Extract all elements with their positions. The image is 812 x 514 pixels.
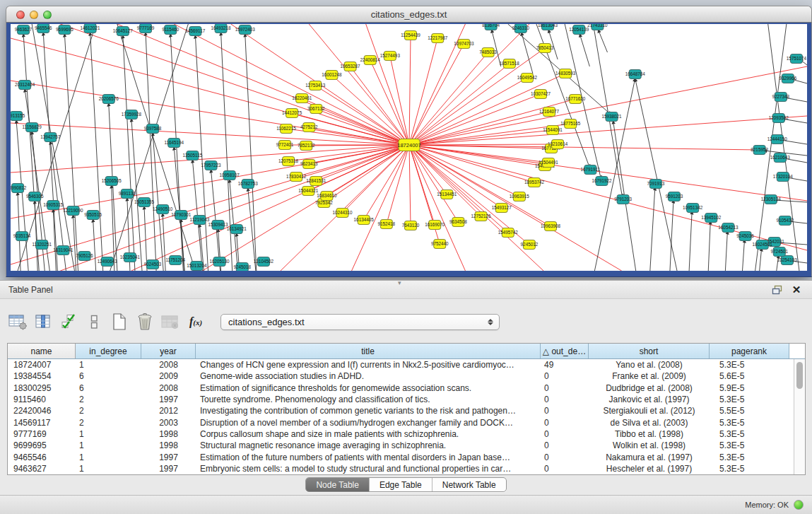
graph-node[interactable]: 16771620 [565, 95, 586, 104]
graph-node[interactable]: 16782753 [238, 180, 259, 189]
cell-out_de[interactable]: 0 [541, 394, 589, 405]
table-row[interactable]: 911546021997Tourette syndrome. Phenomeno… [8, 394, 794, 405]
network-canvas[interactable]: 1872400711254439122179871097470374850331… [11, 24, 807, 271]
table-row[interactable]: 977716911998Corpus callosum shape and si… [8, 428, 794, 440]
graph-node[interactable]: 21743310 [587, 24, 608, 30]
graph-edge-black[interactable] [245, 34, 257, 271]
graph-node[interactable]: 15274493 [380, 52, 401, 61]
table-row[interactable]: 946362711997Embryonic stem cells: a mode… [8, 463, 794, 474]
cell-year[interactable]: 1998 [141, 440, 196, 451]
graph-edge-red[interactable] [409, 52, 488, 145]
cell-pagerank[interactable]: 5.3E-5 [710, 416, 789, 428]
graph-node[interactable]: 9397588 [144, 124, 162, 134]
graph-node[interactable]: 16791922 [592, 177, 612, 186]
graph-node[interactable]: 12093582 [769, 114, 789, 123]
graph-node[interactable]: 8990812 [11, 184, 27, 193]
graph-node[interactable]: 16054213 [718, 223, 739, 233]
close-panel-icon[interactable]: ✕ [789, 283, 804, 297]
graph-node[interactable]: 9777169 [137, 24, 155, 33]
graph-node[interactable]: 9245036 [736, 232, 754, 241]
cell-short[interactable]: Franke et al. (2009) [589, 370, 710, 382]
column-header-title[interactable]: title [196, 344, 541, 358]
graph-node[interactable]: 9245018 [233, 263, 251, 271]
graph-node[interactable]: 15493127 [492, 204, 512, 213]
cell-name[interactable]: 18300295 [8, 382, 76, 394]
cell-in_degree[interactable]: 1 [76, 451, 141, 462]
graph-node[interactable]: 15938021 [601, 112, 622, 122]
graph-node[interactable]: 9699695 [56, 25, 73, 35]
graph-node[interactable]: 10951342 [683, 204, 703, 213]
cell-name[interactable]: 19384554 [8, 370, 76, 382]
cell-title[interactable]: Corpus callosum shape and size in male p… [196, 428, 541, 440]
graph-node[interactable]: 9463627 [15, 25, 33, 35]
graph-node[interactable]: 12217987 [428, 34, 448, 43]
cell-pagerank[interactable]: 5.3E-5 [710, 451, 789, 462]
graph-edge-red[interactable] [409, 35, 411, 145]
cell-year[interactable]: 2008 [141, 359, 196, 370]
cell-title[interactable]: Changes of HCN gene expression and I(f) … [196, 359, 541, 370]
graph-node[interactable]: 9105432 [777, 216, 794, 226]
tab-network-table[interactable]: Network Table [432, 478, 506, 491]
cell-in_degree[interactable]: 2 [76, 416, 141, 428]
graph-edge-black[interactable] [760, 248, 762, 271]
graph-node[interactable]: 9752440 [431, 240, 449, 249]
graph-node[interactable]: 18953742 [524, 178, 545, 187]
cell-name[interactable]: 22420046 [8, 405, 76, 416]
cell-name[interactable]: 9699695 [8, 440, 76, 451]
cell-year[interactable]: 2003 [141, 416, 196, 428]
graph-node[interactable]: 13104502 [254, 257, 274, 267]
cell-short[interactable]: Jankovic et al. (1997) [589, 394, 710, 405]
graph-node[interactable]: 15044321 [298, 187, 319, 196]
cell-year[interactable]: 1997 [141, 394, 196, 405]
cell-name[interactable]: 9115460 [8, 394, 76, 405]
delete-columns-icon[interactable] [134, 310, 155, 333]
column-header-in_degree[interactable]: in_degree [76, 344, 141, 358]
float-panel-icon[interactable] [770, 283, 784, 297]
graph-node[interactable]: 16049542 [517, 74, 538, 83]
graph-edge-black[interactable] [64, 34, 78, 271]
graph-node[interactable]: 10963915 [510, 192, 530, 201]
graph-node[interactable]: 16169070 [425, 221, 445, 230]
graph-node[interactable]: 12054139 [569, 25, 589, 35]
graph-edge-red[interactable] [131, 145, 409, 271]
cell-out_de[interactable]: 0 [541, 428, 589, 440]
cell-out_de[interactable]: 0 [541, 370, 589, 382]
graph-edge-red[interactable] [409, 64, 510, 145]
graph-node[interactable]: 16210643 [770, 153, 791, 163]
graph-edge-red[interactable] [409, 94, 541, 145]
graph-node[interactable]: 7091913 [647, 180, 665, 189]
deselect-all-icon[interactable] [83, 310, 105, 333]
graph-edge-black[interactable] [35, 201, 37, 271]
graph-node[interactable]: 16134405 [354, 216, 375, 225]
cell-name[interactable]: 18724007 [8, 359, 76, 370]
cell-out_de[interactable]: 0 [541, 416, 589, 428]
zoom-window-button[interactable] [43, 11, 52, 19]
graph-node[interactable]: 16493218 [211, 24, 232, 33]
graph-edge-black[interactable] [635, 78, 677, 271]
graph-node[interactable]: 7485033 [479, 48, 497, 57]
table-row[interactable]: 1830029562008Estimation of significance … [8, 382, 794, 394]
memory-status-label[interactable]: Memory: OK [745, 501, 789, 509]
cell-out_de[interactable]: 0 [541, 382, 589, 394]
graph-node[interactable]: 12444150 [767, 135, 788, 144]
cell-pagerank[interactable]: 5.3E-5 [710, 440, 789, 451]
graph-node[interactable]: 11320251 [32, 240, 52, 250]
graph-node[interactable]: 14412075 [282, 109, 302, 118]
column-header-out_de[interactable]: △ out_de… [541, 344, 589, 358]
graph-node[interactable]: 16791911 [581, 165, 601, 175]
graph-node[interactable]: 10653287 [341, 62, 361, 71]
cell-year[interactable]: 1997 [141, 451, 196, 462]
graph-node[interactable]: 10963908 [541, 222, 561, 231]
show-columns-icon[interactable] [33, 310, 54, 333]
graph-node[interactable]: 9246310 [512, 24, 530, 33]
column-header-year[interactable]: year [141, 344, 196, 358]
graph-node[interactable]: 13942757 [40, 133, 61, 142]
cell-title[interactable]: Estimation of the future numbers of pati… [196, 451, 541, 462]
cell-name[interactable]: 14569117 [8, 416, 76, 428]
graph-node[interactable]: 17957223 [201, 161, 221, 170]
graph-node[interactable]: 7850413 [536, 44, 554, 53]
cell-in_degree[interactable]: 6 [76, 382, 141, 394]
graph-node[interactable]: 10905315 [43, 201, 64, 210]
graph-node[interactable]: 12219090 [63, 206, 83, 216]
graph-edge-red[interactable] [409, 38, 437, 145]
